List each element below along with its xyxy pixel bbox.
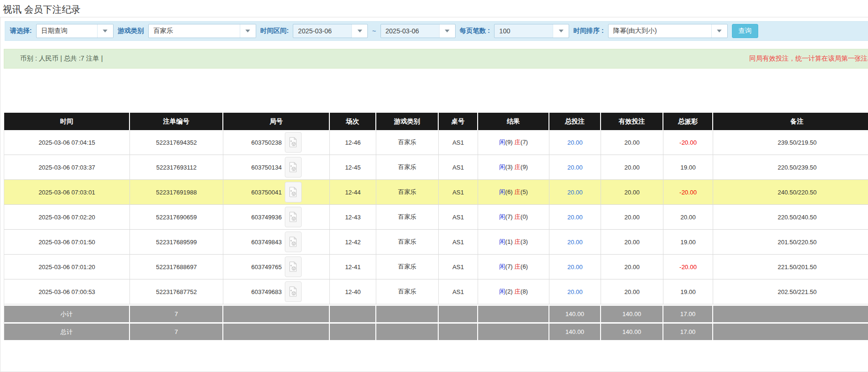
total-payout: 17.00 — [663, 322, 713, 340]
cell-empty — [223, 322, 330, 340]
total-valid-bet: 140.00 — [601, 322, 663, 340]
video-file-icon[interactable] — [285, 182, 302, 202]
total-bet-link[interactable]: 20.00 — [549, 230, 601, 255]
cell-empty — [478, 304, 549, 322]
query-button[interactable]: 查询 — [732, 24, 758, 38]
total-bet-link[interactable]: 20.00 — [549, 255, 601, 279]
result-banker-label: 庄 — [514, 213, 520, 220]
cell-time: 2025-03-06 07:04:15 — [4, 130, 130, 155]
round-number: 603749843 — [251, 239, 282, 246]
cell-bet-id: 522317693112 — [130, 155, 223, 180]
round-number: 603750134 — [251, 164, 282, 171]
cell-round-id: 603750238 — [223, 130, 330, 155]
cell-remark: 220.50/240.50 — [713, 205, 868, 230]
page-size-select[interactable]: 100 — [494, 24, 569, 38]
table-row[interactable]: 2025-03-06 07:03:37 522317693112 6037501… — [4, 155, 868, 180]
date-to-select[interactable]: 2025-03-06 — [381, 24, 456, 38]
round-number: 603749765 — [251, 264, 282, 271]
cell-bet-id: 522317690659 — [130, 205, 223, 230]
page-title: 视讯 会员下注纪录 — [0, 0, 868, 17]
total-bet-link[interactable]: 20.00 — [549, 180, 601, 205]
cell-valid-bet: 20.00 — [601, 279, 663, 304]
chevron-down-icon[interactable] — [553, 24, 569, 38]
date-from-select[interactable]: 2025-03-06 — [293, 24, 368, 38]
table-row[interactable]: 2025-03-06 07:02:20 522317690659 6037499… — [4, 205, 868, 230]
video-file-icon[interactable] — [285, 157, 302, 178]
table-header: 时间 注单编号 局号 场次 游戏类别 桌号 结果 总投注 有效投注 总派彩 备注 — [4, 113, 868, 130]
total-bet-link[interactable]: 20.00 — [549, 130, 601, 155]
cell-payout: 20.00 — [663, 205, 713, 230]
chevron-down-icon[interactable] — [439, 24, 455, 38]
cell-time: 2025-03-06 07:03:01 — [4, 180, 130, 205]
chevron-down-icon[interactable] — [351, 24, 367, 38]
cell-valid-bet: 20.00 — [601, 130, 663, 155]
query-mode-select[interactable]: 日期查询 — [36, 24, 114, 38]
result-player-label: 闲 — [499, 163, 505, 170]
page-size-value: 100 — [495, 24, 553, 38]
cell-game-type: 百家乐 — [376, 180, 439, 205]
table-row[interactable]: 2025-03-06 07:00:53 522317687752 6037496… — [4, 279, 868, 304]
table-row[interactable]: 2025-03-06 07:01:50 522317689599 6037498… — [4, 230, 868, 255]
round-number: 603750041 — [251, 189, 282, 196]
cell-time: 2025-03-06 07:01:20 — [4, 255, 130, 279]
result-player-score: (7) — [505, 213, 513, 220]
cell-empty — [713, 304, 868, 322]
header-game-type: 游戏类别 — [376, 113, 439, 130]
result-player-label: 闲 — [499, 213, 505, 220]
result-banker-score: (3) — [520, 238, 528, 245]
result-banker-label: 庄 — [514, 139, 520, 146]
total-label: 总计 — [4, 322, 130, 340]
cell-time: 2025-03-06 07:01:50 — [4, 230, 130, 255]
total-bet-link[interactable]: 20.00 — [549, 155, 601, 180]
cell-round-id: 603750134 — [223, 155, 330, 180]
video-file-icon[interactable] — [285, 207, 302, 227]
summary-notice: 同局有效投注，统一计算在该局第一张注单 — [749, 54, 868, 63]
result-player-score: (6) — [505, 188, 513, 195]
result-player-score: (1) — [505, 238, 513, 245]
cell-time: 2025-03-06 07:00:53 — [4, 279, 130, 304]
cell-round-id: 603749843 — [223, 230, 330, 255]
video-file-icon[interactable] — [285, 232, 302, 252]
cell-empty — [376, 322, 439, 340]
cell-session: 12-44 — [330, 180, 376, 205]
cell-bet-id: 522317688697 — [130, 255, 223, 279]
table-body: 2025-03-06 07:04:15 522317694352 6037502… — [4, 130, 868, 304]
cell-payout: 19.00 — [663, 230, 713, 255]
cell-session: 12-46 — [330, 130, 376, 155]
video-file-icon[interactable] — [285, 132, 302, 153]
chevron-down-icon[interactable] — [711, 24, 727, 38]
chevron-down-icon[interactable] — [97, 24, 113, 38]
result-banker-label: 庄 — [514, 163, 520, 170]
table-row[interactable]: 2025-03-06 07:04:15 522317694352 6037502… — [4, 130, 868, 155]
game-type-value: 百家乐 — [149, 24, 240, 38]
game-type-select[interactable]: 百家乐 — [148, 24, 256, 38]
header-bet-id: 注单编号 — [130, 113, 223, 130]
cell-valid-bet: 20.00 — [601, 255, 663, 279]
result-player-label: 闲 — [499, 238, 505, 245]
header-total-bet: 总投注 — [549, 113, 601, 130]
result-player-score: (7) — [505, 263, 513, 270]
sort-order-select[interactable]: 降幂(由大到小) — [608, 24, 728, 38]
video-file-icon[interactable] — [285, 256, 302, 277]
cell-bet-id: 522317691988 — [130, 180, 223, 205]
video-file-icon[interactable] — [285, 281, 302, 302]
table-row[interactable]: 2025-03-06 07:03:01 522317691988 6037500… — [4, 180, 868, 205]
cell-table-no: AS1 — [439, 230, 478, 255]
total-bet-link[interactable]: 20.00 — [549, 279, 601, 304]
result-banker-score: (6) — [520, 263, 528, 270]
subtotal-label: 小计 — [4, 304, 130, 322]
content-panel: 请选择: 日期查询 游戏类别 百家乐 时间区间: 2025-03-06 ~ 20… — [0, 17, 868, 372]
header-payout: 总派彩 — [663, 113, 713, 130]
sort-order-label: 时间排序 : — [573, 27, 604, 35]
subtotal-total-bet: 140.00 — [549, 304, 601, 322]
subtotal-count: 7 — [130, 304, 223, 322]
result-banker-score: (8) — [520, 288, 528, 295]
total-bet-link[interactable]: 20.00 — [549, 205, 601, 230]
table-row[interactable]: 2025-03-06 07:01:20 522317688697 6037497… — [4, 255, 868, 279]
cell-session: 12-40 — [330, 279, 376, 304]
cell-empty — [376, 304, 439, 322]
cell-remark: 240.50/220.50 — [713, 180, 868, 205]
cell-result: 闲(7) 庄(6) — [478, 255, 549, 279]
cell-table-no: AS1 — [439, 180, 478, 205]
chevron-down-icon[interactable] — [240, 24, 256, 38]
